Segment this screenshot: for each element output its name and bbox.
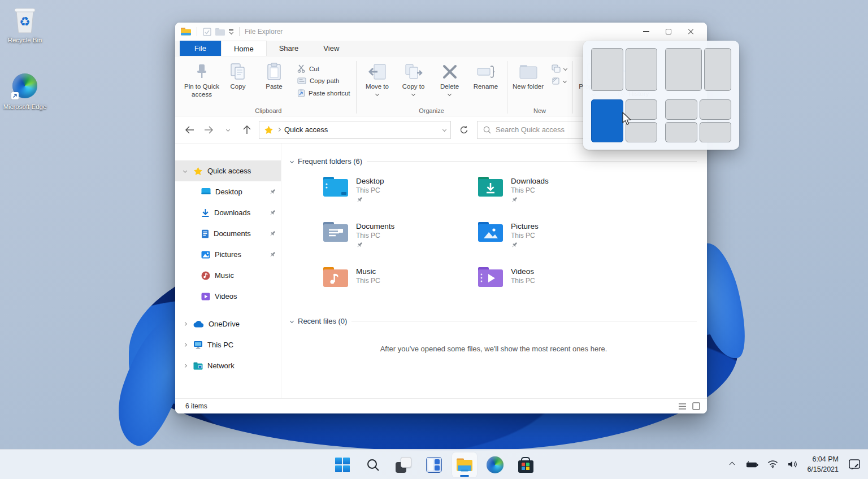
pin-to-quick-access-button[interactable]: Pin to Quick access [184,59,219,99]
navigation-pane: Quick accessDesktopDownloadsDocumentsPic… [175,143,281,398]
task-view-icon [396,457,411,473]
address-bar[interactable]: Quick access [259,121,451,139]
sidebar-item-videos[interactable]: Videos [175,286,281,307]
new-folder-button[interactable]: New folder [511,59,546,91]
expand-chevron-icon[interactable] [181,343,189,346]
notification-center-icon[interactable] [847,459,862,470]
desktop-icon-microsoft-edge[interactable]: Microsoft Edge [1,71,49,111]
back-button[interactable] [182,123,197,137]
address-dropdown-icon[interactable] [442,128,446,132]
sidebar-item-downloads[interactable]: Downloads [175,202,281,223]
maximize-button[interactable] [657,24,680,40]
snap-zone[interactable] [665,99,697,120]
minimize-button[interactable] [635,24,657,40]
taskbar-button-edge[interactable] [483,452,507,477]
details-view-button[interactable] [678,403,687,410]
pinned-icon [356,196,384,203]
tab-view[interactable]: View [311,41,351,56]
sidebar-item-pictures[interactable]: Pictures [175,244,281,265]
up-button[interactable] [240,123,254,137]
folder-tile-documents[interactable]: Documents This PC [322,221,477,254]
snap-layout-four-quadrants[interactable] [665,99,731,142]
tab-home[interactable]: Home [221,41,267,56]
ribbon-group-clipboard: Pin to Quick access Copy Paste Cut Copy … [181,59,356,116]
section-title: Recent files (0) [298,317,347,325]
copy-to-button[interactable]: Copy to [396,59,431,95]
taskbar-button-file-explorer[interactable] [452,452,477,477]
tray-overflow-chevron-icon[interactable] [726,463,738,467]
rename-icon [476,62,496,81]
snap-zone[interactable] [591,48,623,91]
volume-icon[interactable] [787,460,799,468]
sidebar-item-quick-access[interactable]: Quick access [175,160,281,181]
breadcrumb-location[interactable]: Quick access [284,125,328,134]
recent-files-header[interactable]: Recent files (0) [290,317,697,325]
expand-chevron-icon[interactable] [181,323,189,325]
snap-zone-highlighted[interactable] [591,99,623,142]
forward-button[interactable] [201,123,216,137]
taskbar-button-task-view[interactable] [391,452,416,477]
folder-tile-downloads[interactable]: Downloads This PC [477,176,632,208]
snap-zone[interactable] [704,48,731,91]
frequent-folders-header[interactable]: Frequent folders (6) [290,157,697,166]
status-bar: 6 items [175,398,707,413]
sidebar-item-music[interactable]: Music [175,265,281,286]
breadcrumb-chevron-icon[interactable] [277,128,281,132]
snap-zone[interactable] [665,48,702,91]
paste-button[interactable]: Paste [257,59,292,91]
expand-chevron-icon[interactable] [181,169,189,172]
taskbar-button-widgets[interactable] [422,452,446,477]
tab-file[interactable]: File [180,41,221,56]
copy-button[interactable]: Copy [220,59,255,91]
qat-new-folder-icon[interactable] [215,28,225,36]
file-explorer-icon [456,458,473,472]
qat-customize-button[interactable] [229,29,233,34]
ribbon-group-label: New [511,106,569,116]
delete-button[interactable]: Delete [432,59,467,95]
large-icons-view-button[interactable] [692,402,700,410]
easy-access-button[interactable] [552,77,567,85]
new-item-button[interactable] [552,64,567,73]
desktop-icon [201,188,211,196]
snap-layout-two-columns-wide-left[interactable] [665,48,731,91]
snap-zone[interactable] [700,99,732,120]
folder-desktop-icon [322,176,349,198]
move-to-button[interactable]: Move to [360,59,395,95]
section-collapse-icon[interactable] [290,159,294,163]
snap-zone[interactable] [665,122,697,142]
taskbar-button-store[interactable] [513,452,538,477]
cut-button[interactable]: Cut [297,64,350,73]
qat-properties-icon[interactable] [203,28,211,36]
recent-locations-button[interactable] [220,123,235,137]
taskbar-button-search[interactable] [361,452,385,477]
clock[interactable]: 6:04 PM 6/15/2021 [807,454,839,474]
rename-button[interactable]: Rename [468,59,504,91]
ribbon-group-label: Clipboard [184,106,353,116]
divider [197,27,197,36]
snap-zone[interactable] [626,48,658,91]
desktop-icon-recycle-bin[interactable]: ♻Recycle Bin [1,5,49,44]
folder-tile-music[interactable]: Music This PC [322,266,477,299]
taskbar-button-start[interactable] [330,452,355,477]
tab-share[interactable]: Share [267,41,311,56]
battery-icon[interactable] [746,461,758,468]
copy-path-button[interactable]: Copy path [297,77,350,85]
sidebar-item-desktop[interactable]: Desktop [175,181,281,202]
wifi-icon[interactable] [766,460,779,468]
divider [351,321,697,321]
sidebar-item-this-pc[interactable]: This PC [175,334,281,355]
refresh-button[interactable] [455,121,472,138]
expand-chevron-icon[interactable] [181,364,189,367]
sidebar-item-documents[interactable]: Documents [175,223,281,244]
folder-tile-desktop[interactable]: Desktop This PC [322,176,477,208]
sidebar-item-network[interactable]: Network [175,355,281,376]
snap-zone[interactable] [700,122,732,142]
folder-tile-pictures[interactable]: Pictures This PC [477,221,632,254]
snap-layout-two-columns-equal[interactable] [591,48,657,91]
paste-shortcut-button[interactable]: Paste shortcut [297,89,350,97]
close-button[interactable] [680,24,702,40]
folder-tile-videos[interactable]: Videos This PC [477,266,632,299]
section-collapse-icon[interactable] [290,319,294,323]
titlebar[interactable]: File Explorer [175,23,707,41]
sidebar-item-onedrive[interactable]: OneDrive [175,313,281,334]
